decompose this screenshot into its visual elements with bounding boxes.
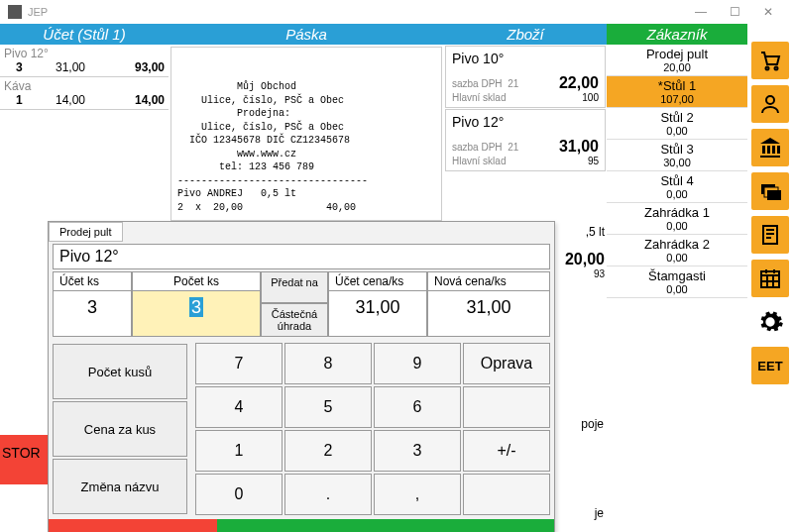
svg-point-1 [775, 67, 778, 70]
key-3[interactable]: 3 [374, 430, 461, 472]
customer-item[interactable]: Zahrádka 20,00 [607, 235, 747, 266]
castecna-button[interactable]: Částečná úhrada [261, 303, 328, 337]
save-button[interactable]: Zapsat [217, 519, 554, 532]
receipt-icon[interactable] [751, 216, 789, 254]
customer-item[interactable]: *Stůl 1107,00 [607, 76, 747, 108]
svg-rect-5 [767, 190, 781, 200]
key-blank[interactable] [463, 386, 550, 428]
key-Oprava[interactable]: Oprava [463, 343, 550, 384]
bill-header: Účet (Stůl 1) [0, 24, 169, 45]
bill-item[interactable]: Káva 114,0014,00 [0, 77, 169, 110]
customer-item[interactable]: Stůl 330,00 [607, 140, 747, 171]
val-cena: 31,00 [329, 291, 426, 336]
customer-column: Zákazník Prodej pult20,00*Stůl 1107,00St… [607, 24, 747, 532]
customer-item[interactable]: Zahrádka 10,00 [607, 203, 747, 235]
partial-label-je: je [595, 506, 604, 520]
key-6[interactable]: 6 [374, 386, 461, 428]
goods-item[interactable]: Pivo 12° sazba DPH 2131,00 Hlavní sklad9… [445, 109, 606, 171]
receipt-header: Páska [169, 24, 444, 45]
key-0[interactable]: 0 [195, 474, 283, 515]
cart-icon[interactable] [751, 42, 789, 79]
goods-header: Zboží [444, 24, 607, 45]
svg-point-0 [766, 67, 769, 70]
window-title: JEP [28, 6, 684, 18]
key-blank[interactable] [463, 474, 550, 515]
minimize-button[interactable]: — [684, 0, 718, 24]
goods-item[interactable]: Pivo 10° sazba DPH 2122,00 Hlavní sklad1… [445, 46, 606, 108]
svg-rect-10 [761, 271, 779, 287]
pocet-kusu-button[interactable]: Počet kusů [53, 344, 187, 399]
key-7[interactable]: 7 [195, 343, 283, 384]
val-nova[interactable]: 31,00 [428, 291, 549, 336]
gear-icon[interactable] [751, 303, 789, 341]
customer-item[interactable]: Štamgasti0,00 [607, 266, 747, 298]
key-5[interactable]: 5 [284, 386, 372, 428]
svg-point-2 [766, 96, 774, 104]
person-icon[interactable] [751, 85, 789, 123]
col-ucet-ks: Účet ks [54, 272, 131, 291]
calendar-icon[interactable] [751, 260, 789, 297]
key-.[interactable]: . [284, 474, 372, 515]
col-nova: Nová cena/ks [428, 272, 549, 291]
edit-dialog: Prodej pult Účet ks 3 Počet ks 3 Předat … [48, 221, 555, 532]
key-8[interactable]: 8 [284, 343, 372, 384]
cena-za-kus-button[interactable]: Cena za kus [53, 401, 187, 457]
storno-button[interactable]: STOR [0, 435, 48, 484]
key-1[interactable]: 1 [195, 430, 283, 472]
right-toolbar: EET [747, 24, 793, 532]
customer-item[interactable]: Prodej pult20,00 [607, 45, 747, 76]
predat-button[interactable]: Předat na [261, 271, 328, 303]
customer-item[interactable]: Stůl 40,00 [607, 171, 747, 203]
item-name-input[interactable] [53, 244, 550, 269]
bank-icon[interactable] [751, 129, 789, 166]
partial-label-poje: poje [581, 417, 604, 431]
eet-button[interactable]: EET [751, 347, 789, 384]
receipt-body: Můj Obchod Ulice, číslo, PSČ a Obec Prod… [170, 47, 442, 221]
app-icon [8, 5, 22, 19]
titlebar: JEP — ☐ ✕ [0, 0, 793, 24]
customer-item[interactable]: Stůl 20,00 [607, 108, 747, 140]
bill-item[interactable]: Pivo 12° 331,0093,00 [0, 45, 169, 77]
col-pocet-ks: Počet ks [133, 272, 260, 291]
key-+/-[interactable]: +/- [463, 430, 550, 472]
stack-icon[interactable] [751, 172, 789, 210]
close-button[interactable]: ✕ [751, 0, 785, 24]
zmena-nazvu-button[interactable]: Změna názvu [53, 459, 187, 514]
key-4[interactable]: 4 [195, 386, 283, 428]
maximize-button[interactable]: ☐ [718, 0, 751, 24]
key-2[interactable]: 2 [284, 430, 372, 472]
val-pocet-ks[interactable]: 3 [133, 291, 260, 336]
goods-item-partial[interactable]: ,5 lt 20,00 93 [547, 221, 607, 283]
key-,[interactable]: , [374, 474, 461, 515]
dialog-tab[interactable]: Prodej pult [49, 222, 123, 242]
key-9[interactable]: 9 [374, 343, 461, 384]
cancel-button[interactable]: Zrušit [49, 519, 217, 532]
col-cena: Účet cena/ks [329, 272, 426, 291]
customer-header: Zákazník [607, 24, 747, 45]
val-ucet-ks: 3 [54, 291, 131, 336]
